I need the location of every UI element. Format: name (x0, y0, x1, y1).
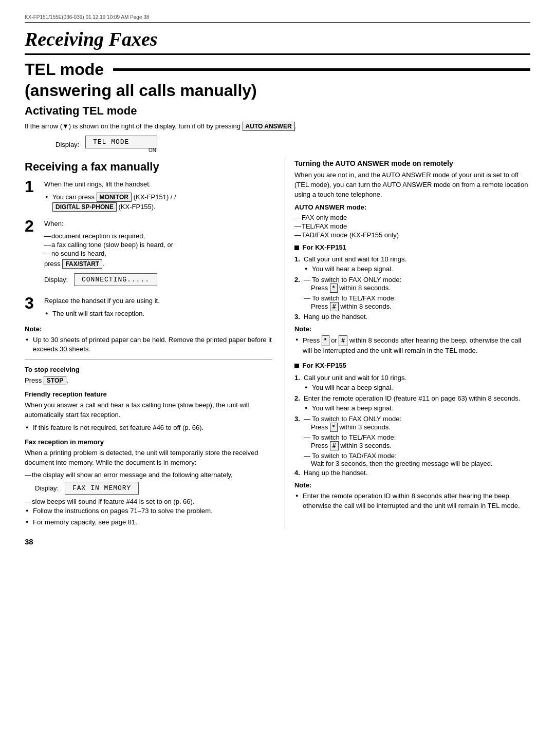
friendly-paragraph: When you answer a call and hear a fax ca… (25, 401, 272, 420)
step-3-block: 3 Replace the handset if you are using i… (25, 294, 272, 320)
kxfp155-square-icon (294, 364, 299, 368)
step-1-bullet: You can press MONITOR (KX-FP151) / / DIG… (44, 193, 272, 212)
fp155-step3b-press-text: Press (311, 442, 328, 449)
fp155-step3c: — To switch to TAD/FAX mode: Wait for 3 … (294, 452, 530, 467)
fp155-step3b: — To switch to TEL/FAX mode: Press # wit… (294, 433, 530, 450)
fp151-press-text: Press (311, 284, 328, 292)
to-stop-title: To stop receiving (25, 365, 272, 375)
for-kxfp155-title: For KX-FP155 (294, 361, 530, 371)
answering-all-calls-title: (answering all calls manually) (25, 81, 530, 100)
right-paragraph: When you are not in, and the AUTO ANSWER… (294, 171, 530, 200)
right-title: Turning the AUTO ANSWER mode on remotely (294, 158, 530, 168)
fp155-step3c-detail: Wait for 3 seconds, then the greeting me… (304, 460, 493, 467)
fp155-step3b-within: within 3 seconds. (340, 442, 392, 449)
step-3-bullet: The unit will start fax reception. (44, 309, 272, 319)
to-stop-press: Press STOP. (25, 376, 272, 386)
fax-memory-display-box: FAX IN MEMORY (65, 482, 139, 495)
right-column: Turning the AUTO ANSWER mode on remotely… (285, 158, 530, 529)
step-1-content: When the unit rings, lift the handset. Y… (44, 178, 272, 214)
right-note-press: Press (303, 336, 320, 344)
fp151-steps: 1. Call your unit and wait for 10 rings.… (294, 255, 530, 320)
fp151-step2-container: — To switch to FAX ONLY mode: Press * wi… (304, 276, 401, 293)
step-3-number: 3 (25, 294, 44, 312)
section-divider-1 (25, 360, 272, 360)
display-connecting-text: CONNECTING..... (82, 276, 150, 284)
step-3-content: Replace the handset if you are using it.… (44, 294, 272, 320)
display-tel-mode-box: TEL MODE (85, 136, 157, 148)
fp155-step2: 2. Enter the remote operation ID (featur… (294, 394, 530, 402)
fp155-hash-key: # (330, 441, 339, 450)
right-note-or: or (331, 336, 337, 344)
fp155-step3c-text: — To switch to TAD/FAX mode: (304, 452, 397, 460)
fp151-step3-text: Hang up the handset. (304, 313, 367, 320)
fp155-step3-container: — To switch to FAX ONLY mode: Press * wi… (304, 415, 401, 432)
auto-mode3: TAD/FAX mode (KX-FP155 only) (294, 231, 530, 239)
fp155-step1-bullet-text: You will hear a beep signal. (304, 383, 530, 393)
fax-memory-title: Fax reception in memory (25, 438, 272, 447)
step1-bullet-text: You can press (52, 193, 95, 201)
fp155-step3-press: Press * within 3 seconds. (304, 423, 391, 431)
stop-btn: STOP (44, 376, 66, 385)
page-title: Receiving Faxes (25, 28, 530, 50)
fp151-step2b: — To switch to TEL/FAX mode: Press # wit… (294, 294, 530, 311)
title-divider (25, 53, 530, 55)
activating-text: If the arrow (▼) is shown on the right o… (25, 122, 240, 130)
step2-dash3: no sound is heard, (44, 250, 272, 257)
step1-kxfp155: (KX-FP155). (119, 203, 156, 211)
right-note-label: Note: (294, 325, 530, 334)
section-header: TEL mode (25, 60, 530, 79)
fax-memory-display-row: Display: FAX IN MEMORY (35, 482, 272, 495)
fp151-step2b-within: within 8 seconds. (340, 303, 392, 310)
step-3-text: Replace the handset if you are using it. (44, 296, 272, 306)
fp155-steps: 1. Call your unit and wait for 10 rings.… (294, 374, 530, 477)
auto-answer-button: AUTO ANSWER (243, 122, 295, 131)
step2-press-fax: press FAX/START. (44, 259, 272, 269)
friendly-title: Friendly reception feature (25, 390, 272, 400)
display-label-2: Display: (44, 276, 69, 284)
fp155-step3-text: — To switch to FAX ONLY mode: (304, 415, 401, 423)
fp155-step3-within: within 3 seconds. (339, 423, 391, 431)
auto-mode1: FAX only mode (294, 214, 530, 221)
fp155-step1-text: Call your unit and wait for 10 rings. (304, 374, 406, 382)
display-connecting-box: CONNECTING..... (74, 273, 157, 286)
fp155-step2-text: Enter the remote operation ID (feature #… (304, 394, 520, 402)
tel-mode-title: TEL mode (25, 60, 104, 79)
fp155-step3: 3. — To switch to FAX ONLY mode: Press *… (294, 415, 530, 432)
fp151-step1-text: Call your unit and wait for 10 rings. (304, 255, 406, 263)
step2-dash2: a fax calling tone (slow beep) is heard,… (44, 241, 272, 249)
fax-memory-dash2: slow beeps will sound if feature #44 is … (25, 498, 272, 505)
digital-sp-phone-btn: DIGITAL SP-PHONE (52, 202, 117, 212)
for-kxfp151-title: For KX-FP151 (294, 243, 530, 253)
fp151-step2-within: within 8 seconds. (339, 284, 391, 292)
fp151-step3: 3. Hang up the handset. (294, 313, 530, 320)
fp151-step1-bullet: You will hear a beep signal. (294, 264, 530, 274)
for-kxfp155-text: For KX-FP155 (303, 362, 346, 369)
step-1-number: 1 (25, 178, 44, 196)
display-tel-mode-row: Display: TEL MODE ON (55, 136, 530, 154)
fp155-step1: 1. Call your unit and wait for 10 rings. (294, 374, 530, 382)
note-block: Note: Up to 30 sheets of printed paper c… (25, 325, 272, 355)
fp151-step1-bullet-text: You will hear a beep signal. (304, 264, 530, 274)
fp155-step3b-text: — To switch to TEL/FAX mode: (304, 433, 396, 441)
left-column: Receiving a fax manually 1 When the unit… (25, 158, 272, 529)
fp155-step3-press-text: Press (311, 423, 328, 431)
fp155-step1-bullet: You will hear a beep signal. (294, 383, 530, 393)
header-text: KX-FP151/155E(036-039) 01.12.19 10:09 AM… (25, 14, 149, 20)
step1-kxfp151: (KX-FP151) / (134, 193, 173, 201)
auto-answer-mode-title: AUTO ANSWER mode: (294, 203, 530, 213)
right-note2-label: Note: (294, 481, 530, 490)
two-column-layout: Receiving a fax manually 1 When the unit… (25, 158, 530, 529)
step-2-text: When: (44, 219, 272, 229)
step-2-number: 2 (25, 217, 44, 235)
fax-memory-display-label: Display: (35, 484, 60, 492)
page-number: 38 (25, 537, 530, 546)
note-label: Note: (25, 325, 272, 334)
header-bar: KX-FP151/155E(036-039) 01.12.19 10:09 AM… (25, 14, 530, 23)
fax-start-btn: FAX/START (62, 259, 102, 269)
fp151-step2b-press: Press # within 8 seconds. (304, 303, 392, 310)
right-note2-text: Enter the remote operation ID within 8 s… (294, 492, 530, 511)
friendly-bullet: If this feature is not required, set fea… (25, 423, 272, 433)
fp151-step2: 2. — To switch to FAX ONLY mode: Press *… (294, 276, 530, 293)
fp155-step4-text: Hang up the handset. (304, 469, 367, 477)
fax-memory-paragraph: When a printing problem is detected, the… (25, 448, 272, 468)
